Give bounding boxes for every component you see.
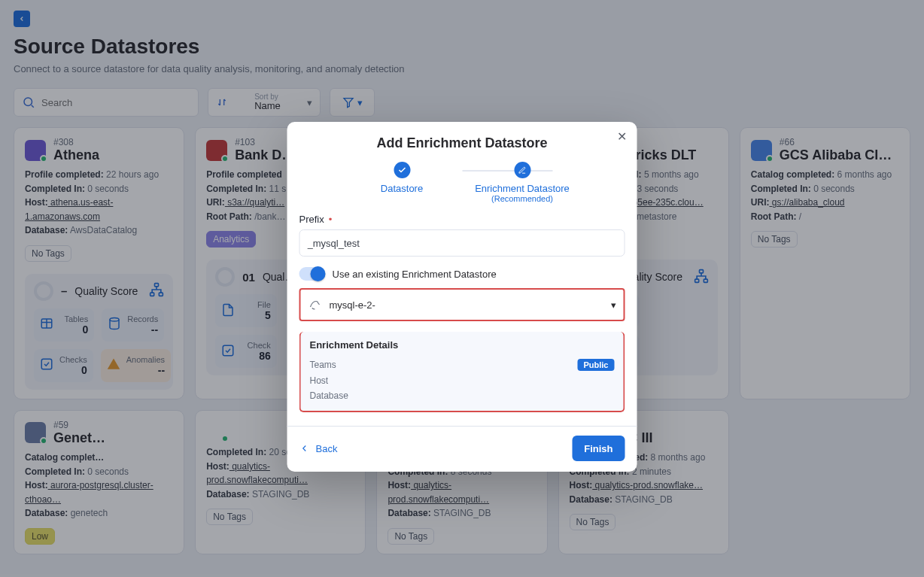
prefix-input[interactable]	[299, 229, 625, 257]
check-icon	[394, 162, 410, 178]
step-label: Enrichment Datastore	[475, 183, 570, 194]
back-label: Back	[316, 443, 338, 454]
details-title: Enrichment Details	[310, 339, 615, 351]
modal-back-button[interactable]: Back	[299, 443, 338, 454]
pencil-icon	[514, 162, 530, 178]
detail-host: Host	[310, 375, 329, 386]
step-sublabel: (Recommended)	[491, 194, 553, 203]
step-enrichment[interactable]: Enrichment Datastore (Recommended)	[462, 162, 582, 203]
highlight-select-area: mysql-e-2- ▾	[299, 288, 625, 321]
caret-down-icon: ▾	[611, 299, 616, 311]
add-enrichment-modal: ✕ Add Enrichment Datastore Datastore Enr…	[287, 122, 637, 472]
close-icon: ✕	[617, 130, 627, 143]
modal-title: Add Enrichment Datastore	[287, 135, 637, 151]
stepper: Datastore Enrichment Datastore (Recommen…	[287, 162, 637, 203]
select-value: mysql-e-2-	[330, 299, 375, 311]
chevron-left-icon	[299, 443, 310, 454]
finish-button[interactable]: Finish	[572, 436, 625, 461]
detail-teams: Teams	[310, 360, 336, 370]
mysql-icon	[309, 298, 322, 311]
close-button[interactable]: ✕	[614, 126, 630, 147]
use-existing-toggle[interactable]	[299, 267, 325, 281]
step-datastore[interactable]: Datastore	[342, 162, 462, 194]
prefix-label: Prefix•	[299, 214, 625, 225]
highlight-details-area: Enrichment Details TeamsPublic Host Data…	[299, 332, 625, 412]
step-label: Datastore	[381, 183, 423, 194]
public-badge: Public	[577, 359, 614, 371]
detail-database: Database	[310, 390, 348, 401]
toggle-label: Use an existing Enrichment Datastore	[333, 269, 497, 280]
enrichment-select[interactable]: mysql-e-2- ▾	[301, 290, 624, 320]
